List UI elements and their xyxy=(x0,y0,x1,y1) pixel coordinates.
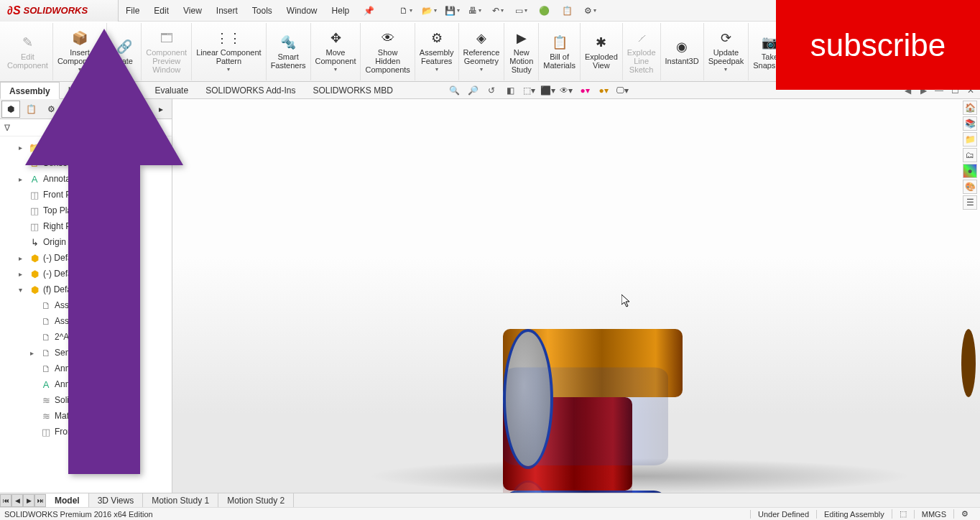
tab-assembly[interactable]: Assembly xyxy=(0,82,60,99)
menu-tools[interactable]: Tools xyxy=(245,0,279,22)
print-button[interactable]: 🖶▾ xyxy=(465,2,485,19)
ribbon-new-motion-study[interactable]: ▶NewMotionStudy xyxy=(504,23,539,80)
feature-tree-tab[interactable]: ⬢ xyxy=(1,101,20,118)
status-units[interactable]: MMGS xyxy=(914,510,953,519)
expand-panel-icon[interactable]: ▸ xyxy=(152,101,170,118)
ribbon-linear-component-pattern[interactable]: ⋮⋮Linear ComponentPattern▾ xyxy=(192,23,267,80)
previous-view-button[interactable]: ↺ xyxy=(483,83,500,98)
file-explorer-icon[interactable]: 🗂 xyxy=(963,148,977,162)
tab-layout[interactable]: Layout xyxy=(60,82,103,99)
bottom-tab-motion-study-2[interactable]: Motion Study 2 xyxy=(218,493,294,508)
ribbon-update-speedpak[interactable]: ⟳UpdateSpeedpak▾ xyxy=(704,23,749,80)
ribbon-label: UpdateSpeedpak xyxy=(708,48,744,65)
ribbon-smart-fasteners[interactable]: 🔩SmartFasteners xyxy=(267,23,311,80)
chevron-down-icon: ▾ xyxy=(480,65,483,74)
display-style-button[interactable]: ⬛▾ xyxy=(539,83,556,98)
resources-icon[interactable]: 📚 xyxy=(963,116,977,131)
tree-node-icon: 🗋 xyxy=(40,331,52,343)
tab-evaluate[interactable]: Evaluate xyxy=(146,82,197,99)
bottom-tab-motion-study-1[interactable]: Motion Study 1 xyxy=(143,493,218,508)
rebuild-button[interactable]: 🟢 xyxy=(534,2,554,19)
tree-node-label: Front Plane xyxy=(43,190,88,200)
view-palette-icon[interactable]: ● xyxy=(963,164,977,178)
ribbon-bill-of-materials[interactable]: 📋Bill ofMaterials xyxy=(539,23,581,80)
menu-edit[interactable]: Edit xyxy=(147,0,176,22)
view-orientation-button[interactable]: ⬚▾ xyxy=(520,83,537,98)
ribbon-label: ComponentPreviewWindow xyxy=(146,48,187,74)
bottom-tab-3d-views[interactable]: 3D Views xyxy=(89,493,143,508)
tab-prev-button[interactable]: ◀ xyxy=(11,494,23,507)
tab-next-button[interactable]: ▶ xyxy=(23,494,34,507)
pin-icon[interactable]: 📌 xyxy=(356,6,382,16)
new-doc-button[interactable]: 🗋▾ xyxy=(396,2,416,19)
tree-row[interactable]: ▸📁History xyxy=(1,139,170,155)
status-mode: Editing Assembly xyxy=(816,510,892,519)
ds-logo-icon: ∂S xyxy=(7,4,21,17)
ribbon-edit-component: ✎EditComponent xyxy=(3,23,53,80)
menu-insert[interactable]: Insert xyxy=(209,0,245,22)
dim-manager-tab[interactable]: 📐 xyxy=(62,101,80,118)
expand-icon[interactable]: ▾ xyxy=(19,286,26,294)
tree-node-icon: ⬢ xyxy=(29,284,40,295)
design-library-icon[interactable]: 📁 xyxy=(963,132,977,147)
appearances-icon[interactable]: 🎨 xyxy=(963,180,977,194)
menu-view[interactable]: View xyxy=(176,0,209,22)
hide-show-button[interactable]: 👁▾ xyxy=(558,83,575,98)
display-manager-tab[interactable]: 🎨 xyxy=(82,101,101,118)
status-custom-icon[interactable]: ⬚ xyxy=(892,509,914,519)
apply-scene-button[interactable]: ●▾ xyxy=(595,83,612,98)
expand-icon[interactable]: ▸ xyxy=(19,144,26,152)
home-icon[interactable]: 🏠 xyxy=(963,101,977,115)
settings-button[interactable]: ⚙▾ xyxy=(580,2,600,19)
zoom-fit-button[interactable]: 🔍 xyxy=(445,83,463,98)
view-settings-button[interactable]: 🖵▾ xyxy=(614,83,631,98)
custom-props-icon[interactable]: ☰ xyxy=(963,195,977,210)
ribbon-icon: 🗔 xyxy=(158,29,175,47)
status-gear-icon[interactable]: ⚙ xyxy=(953,509,976,519)
filter-icon[interactable]: ∇ xyxy=(4,123,10,133)
menu-window[interactable]: Window xyxy=(279,0,325,22)
ribbon-instant3d[interactable]: ◉Instant3D xyxy=(661,23,704,80)
menu-file[interactable]: File xyxy=(119,0,147,22)
chevron-down-icon: ▾ xyxy=(78,65,81,74)
options-button[interactable]: 📋 xyxy=(557,2,577,19)
save-button[interactable]: 💾▾ xyxy=(442,2,462,19)
ribbon-mate[interactable]: 🔗Mate xyxy=(107,23,142,80)
chevron-down-icon: ▾ xyxy=(435,65,438,74)
ribbon-insert-components[interactable]: 📦InsertComponents▾ xyxy=(53,23,107,80)
tab-first-button[interactable]: ⏮ xyxy=(0,494,11,507)
ribbon-icon: ✥ xyxy=(327,29,344,47)
undo-button[interactable]: ↶▾ xyxy=(488,2,508,19)
zoom-area-button[interactable]: 🔎 xyxy=(464,83,481,98)
ribbon-assembly-features[interactable]: ⚙AssemblyFeatures▾ xyxy=(415,23,459,80)
tree-node-label: Assembly xyxy=(55,300,92,310)
expand-icon[interactable]: ▸ xyxy=(19,254,26,262)
open-doc-button[interactable]: 📂▾ xyxy=(419,2,439,19)
menu-help[interactable]: Help xyxy=(325,0,357,22)
edit-appearance-button[interactable]: ●▾ xyxy=(576,83,593,98)
bottom-tab-model[interactable]: Model xyxy=(46,493,89,508)
select-tool-button[interactable]: ▭▾ xyxy=(511,2,531,19)
ribbon-move-component[interactable]: ✥MoveComponent▾ xyxy=(311,23,361,80)
ribbon-label: SmartFasteners xyxy=(271,52,306,70)
property-manager-tab[interactable]: 📋 xyxy=(22,101,40,118)
ribbon-show-hidden-components[interactable]: 👁ShowHiddenComponents xyxy=(361,23,415,80)
tree-node-label: Sensors xyxy=(43,158,75,168)
expand-icon[interactable]: ▸ xyxy=(19,175,26,183)
section-view-button[interactable]: ◧ xyxy=(501,83,519,98)
ribbon-label: ShowHiddenComponents xyxy=(365,48,410,74)
subscribe-label: subscribe xyxy=(810,27,946,63)
ribbon-exploded-view[interactable]: ✱ExplodedView xyxy=(581,23,623,80)
ribbon-label: Mate xyxy=(116,57,133,65)
graphics-viewport[interactable] xyxy=(172,99,980,493)
tab-last-button[interactable]: ⏭ xyxy=(34,494,46,507)
tab-solidworks-mbd[interactable]: SOLIDWORKS MBD xyxy=(305,82,402,99)
config-manager-tab[interactable]: ⚙ xyxy=(42,101,60,118)
expand-icon[interactable]: ▸ xyxy=(30,349,37,357)
tab-solidworks-add-ins[interactable]: SOLIDWORKS Add-Ins xyxy=(197,82,304,99)
expand-icon[interactable]: ▸ xyxy=(19,270,26,278)
tab-sketch[interactable]: Sketch xyxy=(103,82,147,99)
ribbon-reference-geometry[interactable]: ◈ReferenceGeometry▾ xyxy=(459,23,505,80)
ribbon-explode-line-sketch: ⟋ExplodeLineSketch xyxy=(623,23,661,80)
ribbon-label: Instant3D xyxy=(665,57,699,65)
